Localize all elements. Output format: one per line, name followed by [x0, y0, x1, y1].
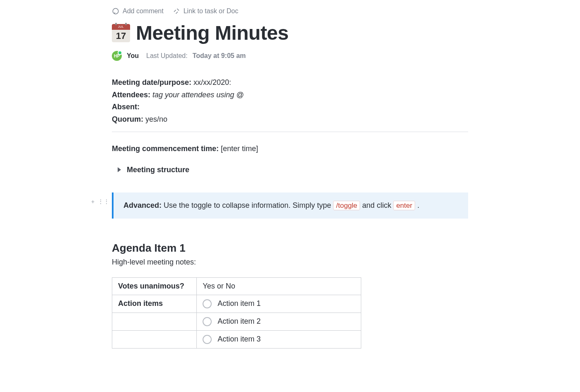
commencement-value: [enter time] [221, 144, 258, 153]
last-updated-value: Today at 9:05 am [193, 52, 246, 60]
action-item-text: Action item 1 [218, 299, 261, 308]
add-comment-action[interactable]: Add comment [112, 7, 164, 15]
meta-quorum-row: Quorum: yes/no [112, 113, 468, 126]
radio-icon[interactable] [203, 335, 212, 344]
callout-label: Advanced: [123, 201, 162, 209]
meta-attendees-row: Attendees: tag your attendees using @ [112, 89, 468, 101]
action-item-cell[interactable]: Action item 2 [197, 313, 361, 330]
meta-quorum-label: Quorum: [112, 115, 143, 123]
byline: HP You Last Updated: Today at 9:05 am [112, 51, 468, 61]
add-comment-label: Add comment [123, 7, 164, 15]
table-row: Action item 3 [112, 330, 361, 348]
action-item-text: Action item 3 [218, 335, 261, 344]
meta-quorum-value: yes/no [145, 115, 167, 123]
action-items-label[interactable]: Action items [112, 295, 197, 313]
meta-date-value: xx/xx/2020: [193, 78, 231, 87]
calendar-day: 17 [112, 30, 130, 42]
toggle-meeting-structure[interactable]: Meeting structure [118, 166, 468, 174]
link-task-action[interactable]: Link to task or Doc [173, 7, 239, 15]
link-task-label: Link to task or Doc [184, 7, 239, 15]
empty-cell[interactable] [112, 313, 197, 330]
commencement-row[interactable]: Meeting commencement time: [enter time] [112, 144, 468, 153]
link-icon [173, 7, 180, 15]
divider [112, 132, 468, 132]
meta-block[interactable]: Meeting date/purpose: xx/xx/2020: Attend… [112, 77, 468, 126]
callout-tail: . [417, 201, 419, 209]
callout-block: + ⋮⋮ Advanced: Use the toggle to collaps… [112, 192, 468, 219]
action-item-cell[interactable]: Action item 1 [197, 295, 361, 313]
meta-absent-row: Absent: [112, 101, 468, 113]
meta-date-row: Meeting date/purpose: xx/xx/2020: [112, 77, 468, 89]
commencement-label: Meeting commencement time: [112, 144, 219, 153]
calendar-icon[interactable]: JUL 17 [112, 24, 130, 42]
last-updated-label: Last Updated: [146, 52, 188, 60]
calendar-month: JUL [112, 24, 130, 30]
drag-handle-icon[interactable]: ⋮⋮ [98, 198, 109, 205]
radio-icon[interactable] [203, 317, 212, 326]
svg-point-0 [113, 8, 118, 14]
block-handles: + ⋮⋮ [91, 198, 109, 205]
action-item-cell[interactable]: Action item 3 [197, 330, 361, 348]
user-label: You [127, 52, 139, 60]
radio-icon[interactable] [203, 299, 212, 308]
add-block-icon[interactable]: + [91, 198, 94, 205]
table-row: Action item 2 [112, 313, 361, 330]
agenda-table[interactable]: Votes unanimous? Yes or No Action items … [112, 277, 361, 349]
callout-text-1: Use the toggle to collapse information. … [164, 201, 331, 209]
title-row: JUL 17 Meeting Minutes [112, 22, 468, 44]
callout-text-2: and click [362, 201, 391, 209]
votes-value[interactable]: Yes or No [197, 277, 361, 295]
comment-icon [112, 7, 119, 15]
avatar[interactable]: HP [112, 51, 122, 61]
votes-label[interactable]: Votes unanimous? [112, 277, 197, 295]
agenda-section: Agenda Item 1 High-level meeting notes: … [112, 242, 468, 349]
table-row: Votes unanimous? Yes or No [112, 277, 361, 295]
agenda-subtitle[interactable]: High-level meeting notes: [112, 258, 468, 267]
action-item-text: Action item 2 [218, 317, 261, 326]
meta-date-label: Meeting date/purpose: [112, 78, 191, 87]
table-row: Action items Action item 1 [112, 295, 361, 313]
meta-attendees-hint: tag your attendees using @ [152, 91, 244, 99]
top-actions: Add comment Link to task or Doc [112, 7, 468, 19]
document-page: Add comment Link to task or Doc JUL 17 M… [112, 0, 468, 365]
code-enter: enter [393, 201, 415, 210]
code-toggle: /toggle [333, 201, 360, 210]
caret-right-icon [118, 167, 121, 172]
meta-absent-label: Absent: [112, 103, 140, 111]
callout[interactable]: Advanced: Use the toggle to collapse inf… [112, 192, 468, 219]
meta-attendees-label: Attendees: [112, 91, 150, 99]
page-title[interactable]: Meeting Minutes [136, 22, 289, 44]
toggle-label: Meeting structure [127, 166, 189, 174]
empty-cell[interactable] [112, 330, 197, 348]
agenda-heading[interactable]: Agenda Item 1 [112, 242, 468, 255]
